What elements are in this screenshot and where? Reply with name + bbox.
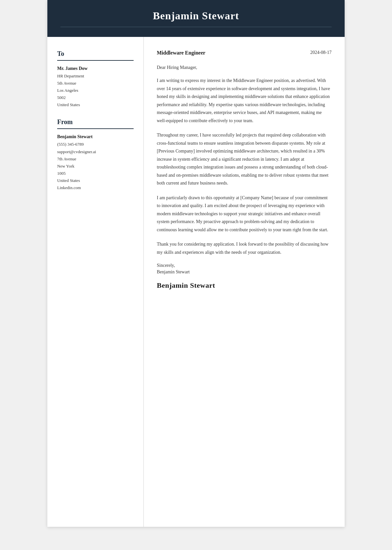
to-line4: 5002 bbox=[57, 95, 66, 100]
closing: Sincerely, bbox=[157, 263, 332, 268]
signature: Benjamin Stewart bbox=[157, 281, 332, 290]
greeting: Dear Hiring Manager, bbox=[157, 65, 332, 70]
to-line5: United States bbox=[57, 102, 80, 107]
from-line3: 1005 bbox=[57, 171, 66, 176]
paragraph-3: I am particularly drawn to this opportun… bbox=[157, 194, 332, 234]
to-address: HR Department 5th Avenue Los Angeles 500… bbox=[57, 73, 134, 108]
from-label: From bbox=[57, 118, 134, 126]
paragraph-4: Thank you for considering my application… bbox=[157, 240, 332, 256]
paragraph-1: I am writing to express my interest in t… bbox=[157, 77, 332, 125]
job-title: Middleware Engineer bbox=[157, 50, 205, 56]
cover-letter-page: Benjamin Stewart To Mr. James Dow HR Dep… bbox=[47, 0, 345, 527]
from-divider bbox=[57, 128, 134, 129]
header-name: Benjamin Stewart bbox=[60, 10, 332, 22]
from-section: From Benjamin Stewart (555) 345-6789 sup… bbox=[57, 118, 134, 191]
from-line4: United States bbox=[57, 178, 80, 183]
from-email: support@cvdesigner.ai bbox=[57, 149, 96, 154]
sidebar: To Mr. James Dow HR Department 5th Avenu… bbox=[47, 37, 144, 527]
from-line1: 7th Avenue bbox=[57, 156, 76, 161]
to-label: To bbox=[57, 50, 134, 57]
to-line2: 5th Avenue bbox=[57, 81, 76, 86]
to-line3: Los Angeles bbox=[57, 88, 78, 93]
date: 2024-08-17 bbox=[310, 50, 332, 55]
main-header-row: Middleware Engineer 2024-08-17 bbox=[157, 50, 332, 56]
from-line2: New York bbox=[57, 164, 74, 169]
to-name: Mr. James Dow bbox=[57, 66, 134, 71]
main-content: Middleware Engineer 2024-08-17 Dear Hiri… bbox=[144, 37, 345, 527]
from-details: (555) 345-6789 support@cvdesigner.ai 7th… bbox=[57, 141, 134, 191]
header-divider bbox=[60, 27, 332, 27]
to-section: To Mr. James Dow HR Department 5th Avenu… bbox=[57, 50, 134, 108]
from-phone: (555) 345-6789 bbox=[57, 142, 84, 147]
to-line1: HR Department bbox=[57, 73, 84, 78]
header: Benjamin Stewart bbox=[47, 0, 345, 37]
closing-name: Benjamin Stewart bbox=[157, 269, 332, 275]
paragraph-2: Throughout my career, I have successfull… bbox=[157, 131, 332, 187]
from-name: Benjamin Stewart bbox=[57, 134, 134, 139]
body: To Mr. James Dow HR Department 5th Avenu… bbox=[47, 37, 345, 527]
to-divider bbox=[57, 60, 134, 61]
from-line5: Linkedin.com bbox=[57, 185, 81, 190]
